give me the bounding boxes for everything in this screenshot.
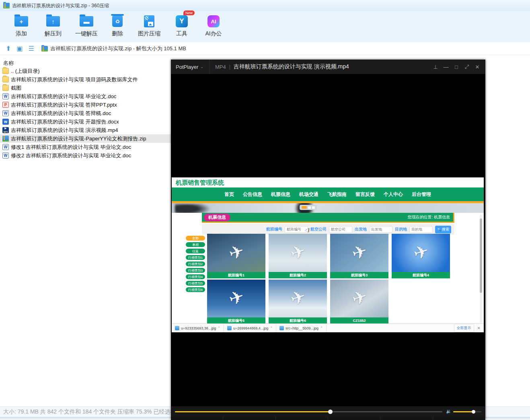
download-item[interactable]: src=http__5b09...jpg ⌃: [276, 324, 327, 332]
image-file-icon: [175, 326, 179, 330]
new-badge: New: [183, 10, 195, 15]
trip-filter-list: 全部 单程 往返 行程类别1 行程类别2 行程类别3 行程类别4 行程类别5 行…: [186, 236, 205, 292]
file-row[interactable]: 截图: [0, 84, 171, 92]
file-row[interactable]: 吉祥航班订票系统的设计与实现 演示视频.mp4: [0, 126, 171, 134]
filter-category5-button[interactable]: 行程类别5: [186, 281, 205, 286]
volume-icon[interactable]: 🔉: [446, 409, 452, 414]
departure-input[interactable]: [369, 226, 392, 233]
ppt-file-icon: [2, 102, 9, 108]
file-row[interactable]: 吉祥航班订票系统的设计与实现 答辩PPT.pptx: [0, 101, 171, 109]
webpage-frame: 机票销售管理系统 首页 公告信息 机票信息 机场交通 飞航指南 留言反馈 个人中…: [172, 177, 484, 332]
view-mode-icon[interactable]: ▣: [16, 45, 23, 52]
filter-category2-button[interactable]: 行程类别2: [186, 261, 205, 266]
image-compress-button[interactable]: 图片压缩: [131, 14, 167, 37]
add-button[interactable]: + 添加: [3, 14, 39, 37]
banner-airplane-fragment: [175, 204, 211, 213]
download-item[interactable]: u=923335693,38...jpg ⌃: [172, 324, 224, 332]
video-display-area[interactable]: 机票销售管理系统 首页 公告信息 机票信息 机场交通 飞航指南 留言反馈 个人中…: [171, 74, 485, 406]
flight-card[interactable]: ✈ CZ1552: [330, 280, 388, 324]
file-row[interactable]: 吉祥航班订票系统的设计与实现 答辩稿.doc: [0, 109, 171, 117]
seek-bar[interactable]: [175, 411, 442, 412]
flight-card[interactable]: ✈ 航班编号4: [392, 234, 450, 278]
chevron-up-icon[interactable]: ⌃: [218, 326, 220, 330]
flight-card[interactable]: ✈ 航班编号6: [269, 280, 327, 324]
nav-item-personal-center[interactable]: 个人中心: [384, 191, 403, 198]
chevron-up-icon[interactable]: ⌃: [320, 326, 323, 330]
file-row[interactable]: 修改2 吉祥航班订票系统的设计与实现 毕业论文.doc: [0, 151, 171, 160]
flight-card-label: 航班编号4: [392, 272, 450, 278]
column-header-name[interactable]: 名称: [3, 60, 14, 67]
volume-slider[interactable]: [453, 411, 481, 412]
flight-photo: ✈: [269, 280, 327, 317]
file-row[interactable]: 吉祥航班订票系统的设计与实现 项目源码及数据库文件: [0, 75, 171, 84]
nav-item-tickets[interactable]: 机票信息: [271, 191, 290, 198]
filter-roundtrip-button[interactable]: 往返: [186, 249, 205, 253]
scrollbar-thumb[interactable]: [480, 218, 482, 293]
filter-category4-button[interactable]: 行程类别4: [186, 274, 205, 279]
webpage-scrollbar[interactable]: [480, 214, 482, 331]
search-button[interactable]: 🔍 搜索: [435, 226, 451, 233]
breadcrumb: 您现在的位置: 机票信息: [407, 214, 450, 220]
mp4-file-icon: [2, 127, 9, 133]
delete-button[interactable]: ♻ 删除: [99, 14, 136, 37]
pin-icon[interactable]: ⊥: [432, 64, 439, 70]
archive-addressbar: ⬆ ▣ ☰ 吉祥航班订票系统的设计与实现.zip - 解包大小为 105.1 M…: [0, 42, 530, 55]
file-list-panel: 名称 .. (上级目录) 吉祥航班订票系统的设计与实现 项目源码及数据库文件 截…: [0, 56, 171, 406]
file-row[interactable]: 修改1 吉祥航班订票系统的设计与实现 毕业论文.doc: [0, 143, 171, 151]
potplayer-menu-button[interactable]: PotPlayer ⌄: [171, 60, 210, 74]
zip-file-icon: [2, 136, 9, 142]
carousel-dot-active[interactable]: [302, 206, 307, 209]
carousel-dot[interactable]: [308, 206, 311, 209]
file-row[interactable]: 吉祥航班订票系统的设计与实现 开题报告.docx: [0, 117, 171, 126]
flight-card[interactable]: ✈ 航班编号3: [330, 234, 388, 278]
one-click-extract-icon: ▬: [80, 16, 93, 27]
flight-card[interactable]: ✈ 航班编号1: [207, 234, 265, 278]
flight-card[interactable]: ✈ 航班编号5: [207, 280, 265, 324]
flight-search-bar: 航班编号 航空公司 出发地 目的地 🔍 搜索: [202, 224, 454, 235]
carousel-dot[interactable]: [312, 206, 315, 209]
volume-thumb[interactable]: [472, 410, 475, 414]
player-buttons-sliver: [171, 417, 485, 420]
nav-item-feedback[interactable]: 留言反馈: [355, 191, 375, 198]
word-file-icon: [2, 152, 9, 159]
filter-category1-button[interactable]: 行程类别1: [186, 255, 205, 260]
nav-item-flight-guide[interactable]: 飞航指南: [327, 191, 347, 198]
chevron-down-icon: ⌄: [200, 65, 203, 69]
show-all-downloads-button[interactable]: 全部显示: [454, 324, 474, 332]
departure-label: 出发地: [355, 226, 367, 232]
close-downloads-icon[interactable]: ✕: [477, 326, 481, 330]
extract-to-button[interactable]: ↑ 解压到: [35, 14, 71, 37]
tools-button[interactable]: Y New 工具: [164, 14, 200, 37]
file-row[interactable]: .. (上级目录): [0, 67, 171, 75]
nav-item-admin[interactable]: 后台管理: [412, 191, 431, 198]
seek-thumb[interactable]: [328, 410, 333, 414]
list-view-icon[interactable]: ☰: [29, 45, 34, 52]
airline-label: 航空公司: [310, 226, 327, 232]
filter-category3-button[interactable]: 行程类别3: [186, 268, 205, 273]
filter-category6-button[interactable]: 行程类别6: [186, 287, 205, 292]
flight-card-label: 航班编号3: [330, 272, 388, 278]
address-field[interactable]: 吉祥航班订票系统的设计与实现.zip - 解包大小为 105.1 MB: [41, 45, 186, 52]
ai-office-button[interactable]: AI AI办公: [195, 14, 232, 37]
file-row-selected[interactable]: 吉祥航班订票系统的设计与实现-PaperYY论文检测报告.zip: [0, 134, 171, 143]
close-button[interactable]: ✕: [474, 64, 481, 70]
nav-item-home[interactable]: 首页: [224, 191, 234, 198]
minimize-button[interactable]: —: [443, 64, 449, 70]
nav-item-announcements[interactable]: 公告信息: [243, 191, 262, 198]
file-row[interactable]: 吉祥航班订票系统的设计与实现 毕业论文.doc: [0, 92, 171, 101]
fullscreen-button[interactable]: ⤢: [464, 64, 470, 70]
volume-progress: [453, 411, 473, 412]
download-item[interactable]: u=2699944869,4...jpg ⌃: [224, 324, 276, 332]
potplayer-titlebar: PotPlayer ⌄ MP4 | 吉祥航班订票系统的设计与实现 演示视频.mp…: [171, 60, 485, 74]
carousel-dots: [300, 205, 317, 210]
filter-oneway-button[interactable]: 单程: [186, 242, 205, 247]
up-directory-icon[interactable]: ⬆: [6, 45, 11, 52]
maximize-button[interactable]: □: [453, 64, 460, 70]
chevron-up-icon[interactable]: ⌃: [270, 326, 273, 330]
flight-card[interactable]: ✈ 航班编号2: [269, 234, 327, 278]
nav-item-airport-traffic[interactable]: 机场交通: [299, 191, 318, 198]
filter-all-button[interactable]: 全部: [186, 236, 205, 241]
player-control-bar: 🔉: [171, 406, 485, 417]
airline-input[interactable]: [329, 226, 352, 233]
destination-input[interactable]: [409, 226, 433, 233]
